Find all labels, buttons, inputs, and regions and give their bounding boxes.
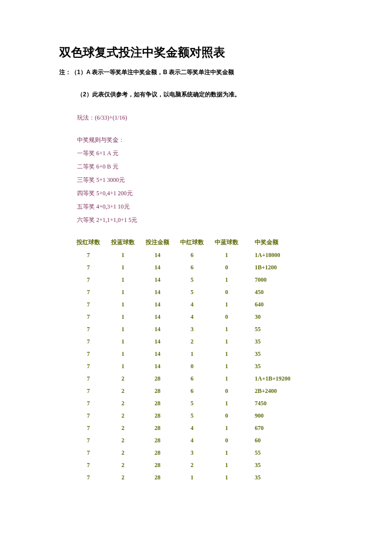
cell-hitblue: 1 [209, 326, 244, 333]
table-row: 71141135 [71, 350, 333, 358]
cell-prize: 7000 [244, 276, 324, 284]
cell-blue: 1 [106, 326, 140, 333]
table-row: 72283155 [71, 449, 333, 457]
cell-hitblue: 1 [209, 449, 244, 457]
cell-bet: 28 [140, 449, 175, 457]
header-red: 投红球数 [71, 238, 106, 247]
cell-hitred: 3 [175, 449, 209, 457]
table-row: 71143155 [71, 326, 333, 333]
cell-red: 7 [71, 462, 106, 469]
table-row: 71142135 [71, 338, 333, 345]
cell-bet: 14 [140, 350, 175, 358]
table-row: 71144030 [71, 313, 333, 321]
note-1: 注：（1）A 表示一等奖单注中奖金额，B 表示二等奖单注中奖金额 [59, 68, 333, 77]
cell-prize: 670 [244, 425, 324, 432]
cell-hitred: 1 [175, 350, 209, 358]
cell-blue: 1 [106, 252, 140, 259]
header-blue: 投蓝球数 [106, 238, 140, 247]
cell-prize: 2B+2400 [244, 387, 324, 395]
cell-hitblue: 1 [209, 301, 244, 308]
cell-prize: 1A+18000 [244, 252, 324, 259]
cell-hitblue: 1 [209, 474, 244, 481]
cell-prize: 55 [244, 326, 324, 333]
cell-red: 7 [71, 400, 106, 407]
cell-red: 7 [71, 437, 106, 444]
cell-prize: 30 [244, 313, 324, 321]
cell-red: 7 [71, 276, 106, 284]
cell-hitblue: 1 [209, 375, 244, 383]
cell-bet: 28 [140, 400, 175, 407]
cell-hitred: 3 [175, 326, 209, 333]
cell-hitred: 2 [175, 462, 209, 469]
cell-blue: 1 [106, 276, 140, 284]
cell-prize: 60 [244, 437, 324, 444]
cell-prize: 450 [244, 289, 324, 296]
rule-line: 六等奖 2+1,1+1,0+1 5元 [77, 216, 333, 224]
cell-hitred: 6 [175, 264, 209, 271]
cell-blue: 2 [106, 375, 140, 383]
cell-red: 7 [71, 412, 106, 420]
cell-hitblue: 0 [209, 387, 244, 395]
cell-blue: 1 [106, 264, 140, 271]
rules-section: 玩法：(6/33)+(1/16) 中奖规则与奖金： 一等奖 6+1 A 元 二等… [77, 114, 333, 224]
cell-prize: 35 [244, 474, 324, 481]
cell-red: 7 [71, 289, 106, 296]
table-row: 7114611A+18000 [71, 252, 333, 259]
cell-hitred: 5 [175, 289, 209, 296]
prize-table: 投红球数 投蓝球数 投注金额 中红球数 中蓝球数 中奖金额 7114611A+1… [71, 238, 333, 481]
cell-bet: 14 [140, 313, 175, 321]
cell-bet: 28 [140, 375, 175, 383]
cell-hitred: 6 [175, 252, 209, 259]
cell-bet: 28 [140, 387, 175, 395]
cell-hitblue: 1 [209, 400, 244, 407]
cell-hitred: 2 [175, 338, 209, 345]
cell-hitblue: 1 [209, 425, 244, 432]
table-row: 72281135 [71, 474, 333, 481]
header-prize: 中奖金额 [244, 238, 324, 247]
header-hitblue: 中蓝球数 [209, 238, 244, 247]
cell-bet: 14 [140, 264, 175, 271]
cell-hitred: 5 [175, 400, 209, 407]
cell-hitred: 4 [175, 301, 209, 308]
table-row: 722850900 [71, 412, 333, 420]
rule-line: 四等奖 5+0,4+1 200元 [77, 189, 333, 198]
cell-red: 7 [71, 301, 106, 308]
page-title: 双色球复式投注中奖金额对照表 [59, 44, 333, 60]
cell-prize: 35 [244, 462, 324, 469]
cell-blue: 2 [106, 400, 140, 407]
cell-prize: 35 [244, 338, 324, 345]
cell-bet: 14 [140, 276, 175, 284]
cell-blue: 1 [106, 363, 140, 370]
table-body: 7114611A+180007114601B+12007114517000711… [71, 252, 333, 481]
cell-prize: 1B+1200 [244, 264, 324, 271]
cell-hitblue: 1 [209, 363, 244, 370]
cell-hitblue: 0 [209, 437, 244, 444]
header-hitred: 中红球数 [175, 238, 209, 247]
cell-red: 7 [71, 387, 106, 395]
cell-hitred: 4 [175, 313, 209, 321]
cell-red: 7 [71, 425, 106, 432]
cell-bet: 14 [140, 326, 175, 333]
cell-bet: 28 [140, 474, 175, 481]
cell-hitred: 5 [175, 412, 209, 420]
cell-blue: 2 [106, 474, 140, 481]
rule-line: 五等奖 4+0,3+1 10元 [77, 203, 333, 211]
cell-red: 7 [71, 252, 106, 259]
cell-bet: 28 [140, 425, 175, 432]
cell-blue: 2 [106, 425, 140, 432]
cell-bet: 14 [140, 301, 175, 308]
cell-red: 7 [71, 264, 106, 271]
cell-hitred: 5 [175, 276, 209, 284]
cell-bet: 28 [140, 462, 175, 469]
rules-title: 中奖规则与奖金： [77, 136, 333, 144]
cell-blue: 2 [106, 437, 140, 444]
cell-red: 7 [71, 338, 106, 345]
rule-line: 二等奖 6+0 B 元 [77, 163, 333, 171]
note-2: （2）此表仅供参考，如有争议，以电脑系统确定的数据为准。 [77, 90, 333, 99]
cell-hitred: 4 [175, 437, 209, 444]
cell-prize: 640 [244, 301, 324, 308]
cell-blue: 1 [106, 338, 140, 345]
cell-bet: 28 [140, 412, 175, 420]
cell-blue: 1 [106, 313, 140, 321]
cell-prize: 1A+1B+19200 [244, 375, 324, 383]
